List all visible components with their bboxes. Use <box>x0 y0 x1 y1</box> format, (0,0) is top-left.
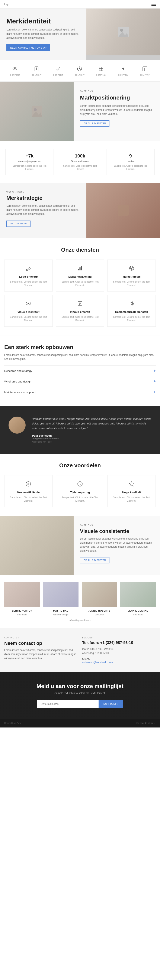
contact-right: BEL ONS Telefoon: +1 (324) 987-56-10 ma-… <box>82 636 156 664</box>
header: logo <box>0 0 160 8</box>
team-member-1: MATTIE BAL Kantoormanager <box>43 582 78 616</box>
diensten-section: Onze diensten Logo-ontwerp Sample text. … <box>0 238 160 335</box>
accordion-label-0: Research and strategy <box>4 369 32 372</box>
stat-number-2: 9 <box>111 153 150 159</box>
icons-row: CONTENT CONTENT CONTENT CONTENT COMPANY … <box>0 60 160 82</box>
grid-icon <box>97 65 105 73</box>
testimonial-caption: Afbeelding van Pexel <box>32 441 152 443</box>
dienst-text-5: Sample text. Click to select the Text El… <box>112 315 151 322</box>
accordion-item-0[interactable]: Research and strategy + <box>4 366 156 376</box>
star-icon <box>127 480 136 488</box>
team-role-3: Secretaris <box>133 614 143 616</box>
sterk-merk-section: Een sterk merk opbouwen Lorem ipsum dolo… <box>0 335 160 406</box>
merkstrategie-cta-button[interactable]: ONTDEK MEER <box>6 221 30 227</box>
layout-icon <box>141 65 149 73</box>
hero-description: Lorem ipsum dolor sit amet, consectetur … <box>6 28 80 40</box>
icon-item-5: COMPANY <box>118 65 128 76</box>
contact-left-description: Lorem ipsum dolor sit amet, consectetur … <box>4 648 78 660</box>
pen-icon <box>24 264 33 272</box>
newsletter-email-input[interactable] <box>37 700 99 708</box>
visuele-section: OVER ONS Visuele consistentie Lorem ipsu… <box>0 515 160 575</box>
svg-point-1 <box>120 29 123 32</box>
voordeel-text-0: Sample text. Click to select the Text El… <box>9 496 48 503</box>
svg-marker-16 <box>122 67 124 71</box>
stat-label-1: Tevreden klanten <box>60 160 100 162</box>
accordion-item-2[interactable]: Maintenance and support + <box>4 387 156 398</box>
over-ons-section: OVER ONS Marktpositionering Lorem ipsum … <box>0 82 160 141</box>
team-grid: BERTIE NORTON Secretaris MATTIE BAL Kant… <box>4 582 156 616</box>
stat-item-0: +7k Wereldwijde projecten Sample text. C… <box>5 149 54 175</box>
testimonial-section: "Veniam pariatur duis amet. Magna labore… <box>0 406 160 453</box>
contact-hours-1: ma-vr: 8:00-17:00, wo: 8:00- <box>82 647 156 651</box>
svg-rect-25 <box>78 269 79 270</box>
svg-line-44 <box>80 484 81 485</box>
visuele-cta-button[interactable]: ZIE ALLE DIENSTEN <box>80 557 109 563</box>
accordion-plus-0: + <box>154 369 156 373</box>
visuele-title: Visuele consistentie <box>80 528 154 534</box>
merkstrategie-section: WAT WIJ DOEN Merkstrategie Lorem ipsum d… <box>0 183 160 238</box>
team-name-3: JENNIE CLARKE <box>120 609 156 612</box>
svg-rect-12 <box>99 67 101 68</box>
icon-item-3: CONTENT <box>74 65 85 76</box>
accordion-item-1[interactable]: Wireframe and design + <box>4 376 156 387</box>
visuele-description: Lorem ipsum dolor sit amet, consectetur … <box>80 537 154 553</box>
merkstrategie-placeholder-icon <box>117 204 130 217</box>
dienst-card-5: Reclamebureau diensten Sample text. Clic… <box>107 295 156 327</box>
team-role-2: Voorzitter <box>95 614 104 616</box>
merkstrategie-image <box>86 183 160 238</box>
merkstrategie-small-label: WAT WIJ DOEN <box>6 191 80 194</box>
hamburger-menu[interactable] <box>152 3 156 6</box>
hero-title: Merkidentiteit <box>6 17 80 25</box>
team-role-0: Secretaris <box>17 614 27 616</box>
dienst-title-3: Visuele identiteit <box>9 310 48 313</box>
voordeel-title-2: Hoge kwaliteit <box>112 491 151 494</box>
newsletter-form: INSCHRIJVEN <box>37 700 123 708</box>
icon-label-6: COMPANY <box>140 74 150 76</box>
dienst-text-3: Sample text. Click to select the Text El… <box>9 315 48 322</box>
testimonial-content: "Veniam pariatur duis amet. Magna labore… <box>32 417 152 443</box>
dienst-card-4: Inhoud creëren Sample text. Click to sel… <box>56 295 104 327</box>
stat-text-0: Sample text. Click to select the Text El… <box>10 164 49 171</box>
edit-icon <box>76 299 84 308</box>
over-ons-title: Marktpositionering <box>80 94 154 102</box>
stat-label-2: Landen <box>111 160 150 162</box>
dienst-title-0: Logo-ontwerp <box>9 275 48 278</box>
clock-icon <box>76 65 83 73</box>
svg-rect-15 <box>101 69 103 71</box>
icon-item-6: COMPANY <box>140 65 150 76</box>
sterk-merk-description: Lorem ipsum dolor sit amet, consectetur … <box>4 353 156 361</box>
svg-rect-33 <box>78 302 82 305</box>
dienst-text-1: Sample text. Click to select the Text El… <box>60 280 100 287</box>
dienst-card-1: Merkontwikkeling Sample text. Click to s… <box>56 259 104 291</box>
hero-cta-button[interactable]: NEEM CONTACT MET ONS OP <box>6 45 50 51</box>
svg-line-37 <box>133 302 134 302</box>
footer-left: Gemaakt op Zyro <box>4 722 21 724</box>
dienst-text-0: Sample text. Click to select the Text El… <box>9 280 48 287</box>
footer-right[interactable]: Ga naar de editor → <box>136 722 156 724</box>
visuele-label: OVER ONS <box>80 524 154 527</box>
newsletter-section: Meld u aan voor onze mailinglijst Sample… <box>0 672 160 719</box>
team-member-3: JENNIE CLARKE Secretaris <box>120 582 156 616</box>
team-avatar-2 <box>82 582 117 607</box>
visuele-text-block: OVER ONS Visuele consistentie Lorem ipsu… <box>74 515 160 575</box>
over-ons-cta-button[interactable]: ZIE ALLE DIENSTEN <box>80 120 109 127</box>
svg-rect-5 <box>35 67 38 71</box>
icon-item-0: CONTENT <box>10 65 20 76</box>
stat-label-0: Wereldwijde projecten <box>10 160 49 162</box>
testimonial-role: ceo@companyname.com <box>32 437 152 440</box>
merkstrategie-title: Merkstrategie <box>6 195 80 201</box>
voordeel-text-2: Sample text. Click to select the Text El… <box>112 496 151 503</box>
team-section: BERTIE NORTON Secretaris MATTIE BAL Kant… <box>0 575 160 628</box>
voordeel-card-2: Hoge kwaliteit Sample text. Click to sel… <box>107 475 156 507</box>
icon-label-3: CONTENT <box>74 74 85 76</box>
newsletter-submit-button[interactable]: INSCHRIJVEN <box>99 700 123 708</box>
icon-label-4: COMPANY <box>96 74 106 76</box>
target-icon <box>127 264 136 272</box>
voordeel-title-1: Tijdsbesparing <box>60 491 100 494</box>
stat-text-2: Sample text. Click to select the Tee Ele… <box>111 164 150 171</box>
over-ons-description: Lorem ipsum dolor sit amet, consectetur … <box>80 104 154 116</box>
stats-section: +7k Wereldwijde projecten Sample text. C… <box>0 141 160 183</box>
sterk-merk-title: Een sterk merk opbouwen <box>4 344 156 350</box>
diensten-title: Onze diensten <box>4 247 156 253</box>
diensten-grid: Logo-ontwerp Sample text. Click to selec… <box>4 259 156 327</box>
